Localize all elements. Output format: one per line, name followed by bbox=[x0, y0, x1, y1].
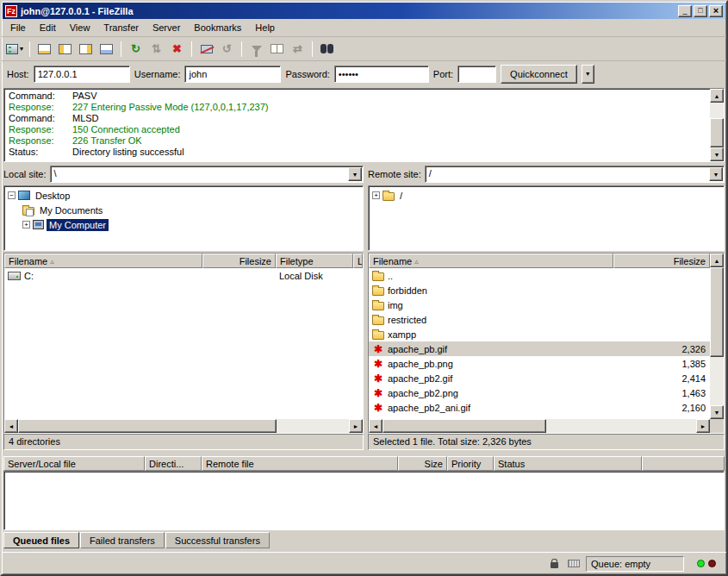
column-server-local-file[interactable]: Server/Local file bbox=[3, 456, 145, 471]
tree-item-desktop[interactable]: − Desktop bbox=[5, 188, 362, 203]
column-direction[interactable]: Directi... bbox=[145, 456, 202, 471]
site-manager-button[interactable]: ▼ bbox=[5, 40, 25, 59]
disconnect-button[interactable] bbox=[196, 40, 216, 59]
sync-browse-button[interactable]: ⇄ bbox=[288, 40, 308, 59]
file-row-selected[interactable]: ✱ apache_pb.gif 2,326 bbox=[369, 341, 710, 356]
expand-icon[interactable]: + bbox=[372, 191, 380, 199]
quickconnect-button[interactable]: Quickconnect bbox=[501, 65, 577, 84]
scroll-up-icon[interactable]: ▲ bbox=[710, 89, 724, 103]
toggle-message-log-button[interactable] bbox=[34, 40, 54, 59]
queue-header: Server/Local file Directi... Remote file… bbox=[3, 456, 725, 471]
local-tree: − Desktop My Documents + My Computer bbox=[3, 185, 364, 251]
file-row[interactable]: .. bbox=[369, 268, 710, 283]
activity-indicators bbox=[697, 560, 716, 567]
file-row[interactable]: ✱ apache_pb2.gif 2,414 bbox=[369, 371, 710, 385]
tab-queued-files[interactable]: Queued files bbox=[3, 532, 79, 548]
statusbar: Queue: empty bbox=[2, 552, 726, 574]
folder-icon bbox=[372, 272, 384, 281]
remote-vertical-scrollbar[interactable]: ▲ ▼ bbox=[710, 254, 724, 419]
column-filesize[interactable]: Filesize bbox=[202, 254, 276, 268]
remote-site-combo[interactable]: / ▼ bbox=[425, 166, 725, 183]
local-site-combo[interactable]: \ ▼ bbox=[50, 166, 364, 183]
encryption-status-icon[interactable] bbox=[546, 556, 562, 571]
titlebar[interactable]: Fz john@127.0.0.1 - FileZilla _ □ × bbox=[3, 3, 725, 19]
scrollbar-thumb[interactable] bbox=[710, 267, 724, 357]
maximize-button[interactable]: □ bbox=[694, 5, 707, 17]
remote-status-text: Selected 1 file. Total size: 2,326 bytes bbox=[368, 434, 725, 450]
scrollbar-thumb[interactable] bbox=[710, 118, 724, 147]
find-button[interactable] bbox=[317, 40, 337, 59]
password-label: Password: bbox=[285, 69, 329, 79]
chevron-down-icon[interactable]: ▼ bbox=[348, 167, 362, 181]
column-filesize[interactable]: Filesize bbox=[613, 254, 710, 268]
reconnect-button[interactable]: ↺ bbox=[217, 40, 237, 59]
column-remote-file[interactable]: Remote file bbox=[202, 456, 398, 471]
queue-body[interactable] bbox=[3, 471, 725, 530]
tree-item-my-documents[interactable]: My Documents bbox=[5, 203, 362, 217]
scrollbar-thumb[interactable] bbox=[18, 419, 277, 433]
file-name: apache_pb2_ani.gif bbox=[388, 403, 470, 413]
toggle-local-tree-button[interactable] bbox=[55, 40, 75, 59]
username-input[interactable] bbox=[184, 66, 281, 83]
tab-successful-transfers[interactable]: Successful transfers bbox=[165, 532, 270, 548]
scroll-down-icon[interactable]: ▼ bbox=[710, 147, 724, 161]
remote-horizontal-scrollbar[interactable]: ◄ ► bbox=[369, 419, 710, 433]
menu-view[interactable]: View bbox=[63, 20, 97, 36]
refresh-button[interactable]: ↻ bbox=[126, 40, 146, 59]
tab-failed-transfers[interactable]: Failed transfers bbox=[80, 532, 165, 548]
site-manager-icon bbox=[6, 44, 18, 54]
compare-icon bbox=[271, 44, 283, 53]
host-input[interactable] bbox=[34, 66, 130, 83]
file-row[interactable]: C: Local Disk bbox=[4, 268, 363, 283]
local-horizontal-scrollbar[interactable]: ◄ ► bbox=[4, 419, 363, 433]
file-row[interactable]: xampp bbox=[369, 327, 710, 341]
menu-file[interactable]: File bbox=[3, 20, 33, 36]
collapse-icon[interactable]: − bbox=[8, 191, 16, 199]
column-filename[interactable]: Filename ▵ bbox=[369, 254, 613, 268]
minimize-button[interactable]: _ bbox=[678, 5, 692, 17]
scroll-up-icon[interactable]: ▲ bbox=[710, 254, 724, 267]
cancel-button[interactable]: ✖ bbox=[167, 40, 187, 59]
tree-item-my-computer[interactable]: + My Computer bbox=[5, 217, 362, 232]
file-row[interactable]: img bbox=[369, 297, 710, 312]
quickconnect-dropdown-button[interactable]: ▼ bbox=[582, 65, 594, 84]
port-input[interactable] bbox=[457, 66, 496, 83]
tree-item-root[interactable]: + / bbox=[370, 188, 723, 203]
column-status[interactable]: Status bbox=[494, 456, 642, 471]
file-row[interactable]: ✱ apache_pb2.png 1,463 bbox=[369, 385, 710, 400]
process-queue-button[interactable]: ⇅ bbox=[146, 40, 166, 59]
column-priority[interactable]: Priority bbox=[447, 456, 494, 471]
column-filename[interactable]: Filename ▵ bbox=[4, 254, 202, 268]
expand-icon[interactable]: + bbox=[22, 221, 30, 229]
toolbar-separator bbox=[191, 41, 192, 57]
chevron-down-icon: ▼ bbox=[19, 46, 25, 52]
filter-button[interactable] bbox=[246, 40, 266, 59]
close-button[interactable]: × bbox=[709, 5, 723, 17]
sort-asc-icon: ▵ bbox=[50, 257, 54, 266]
column-filetype[interactable]: Filetype bbox=[276, 254, 353, 268]
chevron-down-icon[interactable]: ▼ bbox=[709, 167, 723, 181]
menu-transfer[interactable]: Transfer bbox=[96, 20, 146, 36]
password-input[interactable] bbox=[334, 66, 429, 83]
scrollbar-thumb[interactable] bbox=[383, 419, 546, 433]
scroll-right-icon[interactable]: ► bbox=[349, 419, 363, 433]
column-size[interactable]: Size bbox=[398, 456, 447, 471]
scroll-left-icon[interactable]: ◄ bbox=[369, 419, 383, 433]
compare-button[interactable] bbox=[267, 40, 287, 59]
file-row[interactable]: restricted bbox=[369, 312, 710, 327]
log-vertical-scrollbar[interactable]: ▲ ▼ bbox=[710, 89, 724, 161]
file-row[interactable]: ✱ apache_pb2_ani.gif 2,160 bbox=[369, 400, 710, 415]
scroll-down-icon[interactable]: ▼ bbox=[710, 405, 724, 419]
scroll-left-icon[interactable]: ◄ bbox=[4, 419, 18, 433]
toggle-remote-tree-button[interactable] bbox=[76, 40, 96, 59]
column-last-modified[interactable]: L bbox=[353, 254, 363, 268]
menu-server[interactable]: Server bbox=[146, 20, 187, 36]
toggle-transfer-queue-button[interactable] bbox=[96, 40, 116, 59]
scroll-right-icon[interactable]: ► bbox=[696, 419, 710, 433]
menu-help[interactable]: Help bbox=[248, 20, 282, 36]
menu-edit[interactable]: Edit bbox=[33, 20, 63, 36]
speed-limits-icon[interactable] bbox=[566, 556, 582, 571]
menu-bookmarks[interactable]: Bookmarks bbox=[187, 20, 248, 36]
file-row[interactable]: forbidden bbox=[369, 283, 710, 297]
file-row[interactable]: ✱ apache_pb.png 1,385 bbox=[369, 356, 710, 371]
